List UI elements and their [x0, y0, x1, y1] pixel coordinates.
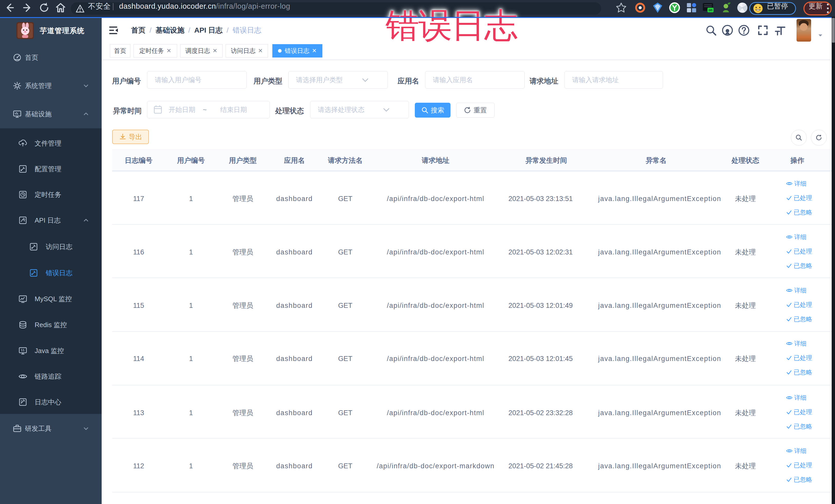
- svg-text:on: on: [709, 8, 713, 12]
